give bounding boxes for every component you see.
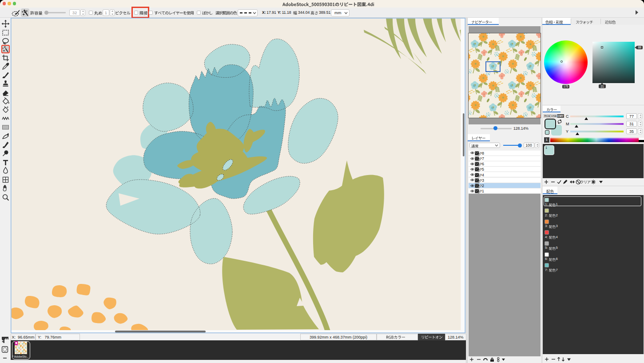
svg-text:88: 88: [638, 46, 641, 49]
svg-text:21: 21: [600, 85, 604, 88]
